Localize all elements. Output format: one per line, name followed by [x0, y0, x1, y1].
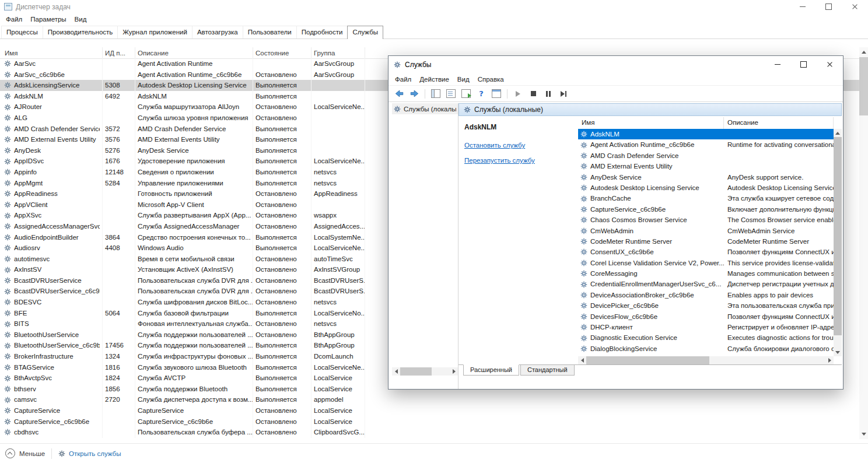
cell: AMD External Events Utility [135, 134, 253, 145]
service-row[interactable]: cbdhsvcПользовательская служба буфера ..… [0, 427, 859, 438]
scrollbar-thumb[interactable] [400, 367, 432, 376]
scroll-up-icon[interactable] [859, 47, 868, 57]
vertical-scrollbar[interactable] [834, 129, 842, 356]
menu-item[interactable]: Параметры [26, 16, 70, 23]
services-list-row[interactable]: CredentialEnrollmentManagerUserSvc_c6...… [578, 279, 834, 289]
minimize-button[interactable] [764, 56, 790, 73]
gear-icon [4, 169, 11, 176]
new-window-icon[interactable] [491, 89, 502, 99]
maximize-button[interactable] [790, 56, 817, 73]
cell: Agent Activation Runtime_c6c9b6e [578, 139, 724, 150]
service-row[interactable]: CaptureService_c6c9b6eCaptureService_c6c… [0, 416, 859, 427]
tab[interactable]: Автозагрузка [192, 26, 243, 38]
tab[interactable]: Журнал приложений [117, 26, 192, 38]
service-row[interactable]: camsvc2720Служба диспетчера доступа к во… [0, 394, 859, 405]
stop-service-link[interactable]: Остановить службу [464, 142, 525, 149]
cell: netsvcs [312, 178, 365, 189]
services-list-row[interactable]: DeviceAssociationBroker_c6c9b6eEnables a… [578, 290, 834, 300]
cell: BluetoothUserService [0, 329, 103, 341]
cell: CmWebAdmin [578, 226, 724, 236]
scroll-left-icon[interactable] [578, 356, 586, 364]
scroll-up-icon[interactable] [834, 129, 842, 137]
stop-service-icon[interactable] [528, 89, 538, 99]
open-services-link[interactable]: Открыть службы [58, 450, 121, 457]
services-list-row[interactable]: CoreMessagingManages communication betwe… [578, 268, 834, 279]
close-button[interactable] [842, 0, 868, 13]
horizontal-scrollbar[interactable] [578, 356, 834, 364]
column-header[interactable]: Группа [312, 47, 365, 58]
cell: Остановлено [253, 297, 312, 308]
column-header[interactable]: Состояние [253, 47, 312, 58]
back-icon[interactable] [394, 89, 404, 99]
column-header[interactable]: Описание [135, 47, 253, 58]
cell: AMD External Events Utility [0, 134, 103, 145]
view-tab[interactable]: Стандартный [520, 364, 575, 376]
properties-icon[interactable] [446, 89, 456, 99]
services-list-row[interactable]: Corel License Validation Service V2, Pow… [578, 258, 834, 268]
services-list-row[interactable]: DevicesFlow_c6c9b6eПозволяет функциям Co… [578, 311, 834, 322]
menu-item[interactable]: Вид [453, 76, 474, 83]
show-less-button[interactable]: Меньше [5, 448, 45, 458]
services-list-row[interactable]: Diagnostic Execution ServiceExecutes dia… [578, 332, 834, 343]
tab[interactable]: Подробности [296, 26, 348, 38]
show-console-tree-icon[interactable] [430, 89, 441, 99]
tab[interactable]: Службы [347, 26, 383, 39]
help-icon[interactable]: ? [476, 89, 487, 99]
cell: Служба поддержки пользователей ... [135, 340, 253, 351]
cell: AMD Crash Defender Service [135, 124, 253, 135]
forward-icon[interactable] [409, 89, 419, 99]
service-row[interactable]: CaptureServiceCaptureServiceОстановленоL… [0, 405, 859, 416]
maximize-button[interactable] [816, 0, 842, 13]
horizontal-scrollbar[interactable] [392, 367, 458, 376]
column-header[interactable]: Имя [0, 47, 103, 58]
gear-icon [4, 418, 11, 425]
column-header[interactable]: Описание [724, 117, 834, 129]
vertical-scrollbar[interactable] [859, 47, 868, 439]
services-list-row[interactable]: Agent Activation Runtime_c6c9b6eRuntime … [578, 139, 834, 150]
tree-item-services-local[interactable]: Службы (локальн... [392, 103, 458, 114]
services-list-row[interactable]: AMD Crash Defender Service [578, 150, 834, 161]
scrollbar-thumb[interactable] [834, 137, 842, 335]
scroll-down-icon[interactable] [859, 429, 868, 439]
cell: CredentialEnrollmentManagerUserSvc_c6... [578, 279, 724, 289]
services-list-row[interactable]: AMD External Events Utility [578, 161, 834, 171]
scrollbar-thumb[interactable] [586, 356, 709, 364]
services-list-row[interactable]: DialogBlockingServiceСлужба блокировки д… [578, 343, 834, 354]
services-list-row[interactable]: Chaos Cosmos Browser ServiceThe Cosmos B… [578, 215, 834, 225]
services-list-row[interactable]: AdskNLM [578, 129, 834, 139]
cell: LocalServiceNe... [312, 101, 365, 113]
column-header[interactable]: ИД п... [103, 47, 135, 58]
services-list-row[interactable]: DevicePicker_c6c9b6eЭта пользовательская… [578, 300, 834, 311]
column-header[interactable]: Имя [578, 117, 724, 129]
restart-service-link[interactable]: Перезапустить службу [464, 157, 535, 164]
services-list-row[interactable]: CaptureService_c6c9b6eВключает дополните… [578, 204, 834, 215]
tab[interactable]: Пользователи [243, 26, 297, 38]
tab[interactable]: Процессы [1, 26, 43, 38]
menu-item[interactable]: Справка [474, 76, 508, 83]
menu-item[interactable]: Файл [2, 16, 26, 23]
menu-item[interactable]: Вид [71, 16, 91, 23]
services-list-row[interactable]: ConsentUX_c6c9b6eПозволяет функциям Conn… [578, 247, 834, 257]
close-button[interactable] [817, 56, 843, 73]
menu-item[interactable]: Файл [391, 76, 415, 83]
view-tab[interactable]: Расширенный [463, 364, 519, 376]
scroll-down-icon[interactable] [834, 348, 842, 356]
services-list-row[interactable]: AnyDesk ServiceAnyDesk support service. [578, 172, 834, 183]
scroll-left-icon[interactable] [392, 367, 400, 376]
pause-service-icon[interactable] [543, 89, 554, 99]
scroll-right-icon[interactable] [450, 367, 458, 376]
tab[interactable]: Производительность [43, 26, 118, 38]
scrollbar-thumb[interactable] [859, 57, 868, 115]
start-service-icon[interactable] [513, 89, 523, 99]
services-list-row[interactable]: Autodesk Desktop Licensing ServiceAutode… [578, 183, 834, 193]
restart-service-icon[interactable] [558, 89, 569, 99]
scroll-right-icon[interactable] [825, 356, 834, 364]
cell: Эта служба кэширует сетевое содер... [724, 193, 834, 204]
menu-item[interactable]: Действие [415, 76, 453, 83]
minimize-button[interactable] [789, 0, 816, 13]
services-list-row[interactable]: BranchCacheЭта служба кэширует сетевое с… [578, 193, 834, 204]
services-list-row[interactable]: CmWebAdminCmWebAdmin Service [578, 226, 834, 236]
services-list-row[interactable]: CodeMeter Runtime ServerCodeMeter Runtim… [578, 236, 834, 247]
export-list-icon[interactable] [461, 89, 471, 99]
services-list-row[interactable]: DHCP-клиентРегистрирует и обновляет IP-а… [578, 322, 834, 332]
